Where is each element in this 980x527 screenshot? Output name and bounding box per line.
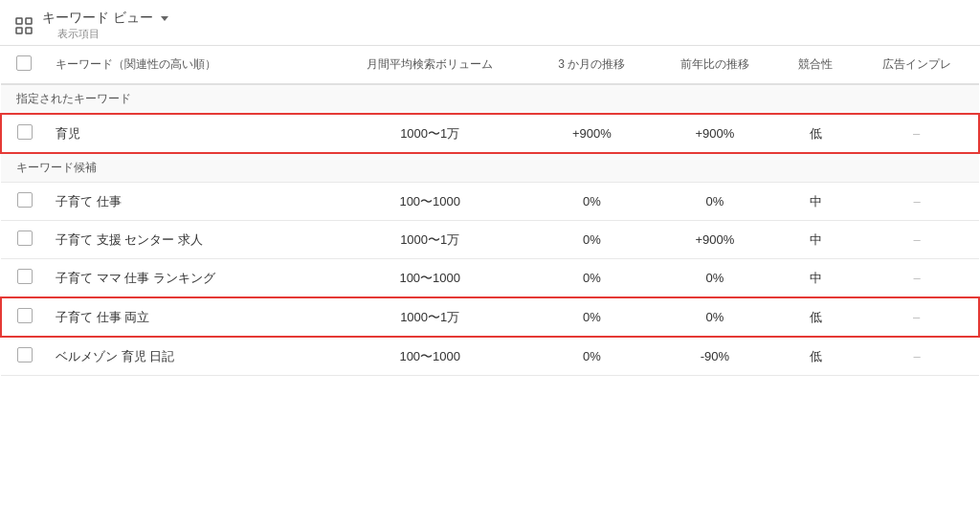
- header-competition: 競合性: [777, 46, 855, 84]
- monthly-volume-cell: 1000〜1万: [329, 221, 531, 259]
- select-all-checkbox[interactable]: [16, 55, 32, 71]
- keyword-cell: 子育て ママ 仕事 ランキング: [44, 259, 329, 298]
- row-checkbox[interactable]: [17, 231, 33, 246]
- ad-impr-cell: –: [855, 221, 979, 259]
- table-row: 育児1000〜1万+900%+900%低–: [1, 114, 979, 153]
- row-checkbox[interactable]: [17, 308, 33, 323]
- trend-yoy-cell: 0%: [653, 183, 777, 221]
- svg-rect-2: [16, 28, 22, 33]
- ad-impr-cell: –: [855, 259, 979, 298]
- row-checkbox[interactable]: [17, 192, 33, 208]
- row-checkbox[interactable]: [17, 269, 33, 284]
- ad-impr-cell: –: [855, 114, 979, 153]
- monthly-volume-cell: 100〜1000: [329, 259, 531, 298]
- competition-cell: 低: [777, 297, 855, 337]
- header-trend-yoy: 前年比の推移: [653, 46, 777, 84]
- row-checkbox-cell: [1, 297, 44, 337]
- keyword-table-container: キーワード（関連性の高い順） 月間平均検索ボリューム 3 か月の推移 前年比の推…: [0, 46, 980, 376]
- row-checkbox-cell: [1, 114, 44, 153]
- section-label: 指定されたキーワード: [1, 84, 979, 114]
- section-label-row: キーワード候補: [1, 153, 979, 183]
- row-checkbox-cell: [1, 183, 44, 221]
- toolbar: キーワード ビュー 表示項目: [0, 0, 980, 46]
- toolbar-subtitle: 表示項目: [57, 27, 168, 41]
- dropdown-chevron-icon[interactable]: [161, 16, 168, 21]
- svg-rect-1: [26, 18, 32, 24]
- trend-yoy-cell: 0%: [653, 259, 777, 298]
- competition-cell: 低: [777, 114, 855, 153]
- svg-rect-0: [16, 18, 22, 24]
- keyword-cell: 子育て 仕事 両立: [44, 297, 329, 337]
- trend-3m-cell: +900%: [531, 114, 653, 153]
- row-checkbox-cell: [1, 337, 44, 376]
- table-header-row: キーワード（関連性の高い順） 月間平均検索ボリューム 3 か月の推移 前年比の推…: [1, 46, 979, 84]
- trend-yoy-cell: -90%: [653, 337, 777, 376]
- trend-3m-cell: 0%: [531, 259, 653, 298]
- monthly-volume-cell: 1000〜1万: [329, 114, 531, 153]
- keyword-cell: 子育て 支援 センター 求人: [44, 221, 329, 259]
- row-checkbox[interactable]: [17, 347, 33, 362]
- keyword-cell: ベルメゾン 育児 日記: [44, 337, 329, 376]
- trend-3m-cell: 0%: [531, 337, 653, 376]
- row-checkbox-cell: [1, 221, 44, 259]
- svg-rect-3: [26, 28, 32, 33]
- trend-yoy-cell: +900%: [653, 221, 777, 259]
- row-checkbox-cell: [1, 259, 44, 298]
- competition-cell: 中: [777, 259, 855, 298]
- header-trend-3m: 3 か月の推移: [531, 46, 653, 84]
- header-monthly-volume: 月間平均検索ボリューム: [329, 46, 531, 84]
- competition-cell: 中: [777, 183, 855, 221]
- ad-impr-cell: –: [855, 297, 979, 337]
- monthly-volume-cell: 100〜1000: [329, 183, 531, 221]
- header-ad-impr: 広告インプレ: [855, 46, 979, 84]
- section-label-row: 指定されたキーワード: [1, 84, 979, 114]
- header-checkbox-col[interactable]: [1, 46, 44, 84]
- trend-3m-cell: 0%: [531, 297, 653, 337]
- table-row: 子育て 仕事 両立1000〜1万0%0%低–: [1, 297, 979, 337]
- section-label: キーワード候補: [1, 153, 979, 183]
- grid-icon: [15, 17, 33, 34]
- monthly-volume-cell: 1000〜1万: [329, 297, 531, 337]
- trend-3m-cell: 0%: [531, 183, 653, 221]
- keyword-cell: 子育て 仕事: [44, 183, 329, 221]
- trend-3m-cell: 0%: [531, 221, 653, 259]
- keyword-table: キーワード（関連性の高い順） 月間平均検索ボリューム 3 か月の推移 前年比の推…: [0, 46, 980, 376]
- table-row: 子育て 仕事100〜10000%0%中–: [1, 183, 979, 221]
- competition-cell: 低: [777, 337, 855, 376]
- ad-impr-cell: –: [855, 337, 979, 376]
- ad-impr-cell: –: [855, 183, 979, 221]
- header-keyword: キーワード（関連性の高い順）: [44, 46, 329, 84]
- row-checkbox[interactable]: [17, 124, 33, 140]
- table-row: ベルメゾン 育児 日記100〜10000%-90%低–: [1, 337, 979, 376]
- view-title: キーワード ビュー: [42, 10, 153, 27]
- trend-yoy-cell: 0%: [653, 297, 777, 337]
- monthly-volume-cell: 100〜1000: [329, 337, 531, 376]
- competition-cell: 中: [777, 221, 855, 259]
- table-row: 子育て ママ 仕事 ランキング100〜10000%0%中–: [1, 259, 979, 298]
- trend-yoy-cell: +900%: [653, 114, 777, 153]
- table-row: 子育て 支援 センター 求人1000〜1万0%+900%中–: [1, 221, 979, 259]
- keyword-cell: 育児: [44, 114, 329, 153]
